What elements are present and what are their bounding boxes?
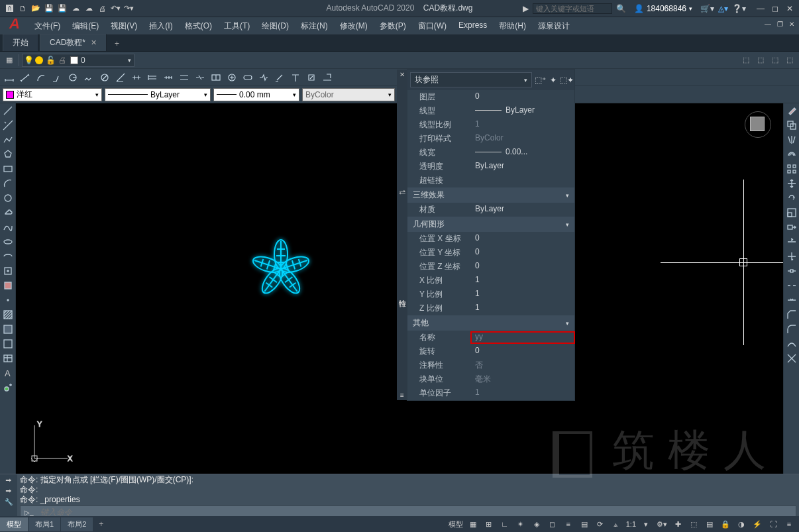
selectobjs-icon[interactable]: ⬚✦ — [561, 75, 572, 85]
prop-blockunit-value[interactable]: 毫米 — [471, 374, 574, 385]
polyline-tool-icon[interactable] — [2, 134, 14, 146]
ellipse-arc-tool-icon[interactable] — [2, 250, 14, 262]
hatch-tool-icon[interactable] — [2, 309, 14, 321]
command-history[interactable]: 命令: 指定对角点或 [栏选(F)/圈围(WP)/圈交(CP)]: 命令: 命令… — [17, 474, 799, 516]
baseline-dim-icon[interactable] — [146, 71, 159, 84]
extend-tool-icon[interactable] — [786, 250, 798, 262]
redo-icon[interactable]: ↷▾ — [123, 3, 134, 14]
viewcube[interactable] — [745, 111, 771, 138]
tab-close-icon[interactable]: ✕ — [91, 38, 97, 47]
jogged-dim-icon[interactable] — [82, 71, 95, 84]
search-icon[interactable]: 🔍 — [616, 4, 626, 13]
status-scale-text[interactable]: 1:1 — [626, 520, 636, 528]
object-type-dropdown[interactable]: 块参照▾ — [410, 72, 532, 87]
menu-tools[interactable]: 工具(T) — [219, 19, 255, 33]
prop-material-value[interactable]: ByLayer — [471, 204, 574, 215]
cmd-recent-icon[interactable]: ⮕ — [3, 476, 14, 485]
ortho-icon[interactable]: ∟ — [498, 517, 512, 531]
status-model-text[interactable]: 模型 — [449, 519, 463, 529]
dimstyle-icon[interactable] — [321, 71, 334, 84]
polygon-tool-icon[interactable] — [2, 148, 14, 160]
arc-tool-icon[interactable] — [2, 178, 14, 189]
linetype-combo[interactable]: ByLayer ▾ — [105, 88, 211, 101]
centermark-icon[interactable] — [225, 71, 239, 84]
diameter-dim-icon[interactable] — [98, 71, 111, 84]
erase-tool-icon[interactable] — [786, 105, 798, 117]
mdi-restore-icon[interactable]: ❐ — [775, 19, 784, 28]
isolate-icon[interactable]: ◑ — [734, 517, 749, 531]
ellipse-tool-icon[interactable] — [2, 236, 14, 248]
web-save-icon[interactable]: ☁ — [83, 3, 94, 14]
layer-prev-icon[interactable]: ⬚ — [754, 54, 767, 67]
layout2-tab[interactable]: 布局2 — [61, 517, 93, 531]
panel-close-icon[interactable]: ✕ — [400, 71, 405, 78]
gradient-tool-icon[interactable] — [2, 323, 14, 335]
prop-layer-value[interactable]: 0 — [471, 91, 574, 103]
angular-dim-icon[interactable] — [114, 71, 127, 84]
circle-tool-icon[interactable] — [2, 192, 14, 204]
continue-dim-icon[interactable] — [162, 71, 175, 84]
blend-tool-icon[interactable] — [786, 338, 798, 350]
menu-help[interactable]: 帮助(H) — [494, 19, 531, 33]
units-icon[interactable]: ⬚ — [686, 517, 701, 531]
tab-add-icon[interactable]: + — [108, 36, 126, 51]
prop-scalex-value[interactable]: 1 — [471, 275, 574, 286]
revcloud-tool-icon[interactable] — [2, 207, 14, 219]
open-icon[interactable]: 📂 — [30, 3, 41, 14]
menu-file[interactable]: 文件(F) — [29, 19, 66, 33]
cleanscreen-icon[interactable]: ⛶ — [766, 517, 780, 531]
tab-active-doc[interactable]: CAD教程*✕ — [40, 34, 107, 51]
lwdisplay-icon[interactable]: ≡ — [561, 517, 576, 531]
help-icon[interactable]: ❔▾ — [732, 4, 746, 13]
break-point-icon[interactable] — [786, 265, 798, 277]
isodraft-icon[interactable]: ◈ — [529, 517, 544, 531]
menu-express[interactable]: Express — [453, 19, 492, 33]
menu-yuanquan[interactable]: 源泉设计 — [533, 19, 575, 33]
quickselect-icon[interactable]: ⬚⁺ — [535, 75, 545, 85]
ordinate-dim-icon[interactable] — [50, 71, 64, 84]
color-combo[interactable]: 洋红 ▾ — [3, 88, 102, 101]
dimbreak-icon[interactable] — [193, 71, 207, 84]
menu-format[interactable]: 格式(O) — [180, 19, 217, 33]
customize-status-icon[interactable]: ≡ — [782, 517, 796, 531]
menu-dimension[interactable]: 标注(N) — [295, 19, 333, 33]
line-tool-icon[interactable] — [2, 105, 14, 117]
command-input[interactable] — [38, 506, 796, 516]
menu-parametric[interactable]: 参数(P) — [374, 19, 411, 33]
annotscale-icon[interactable]: ⟁ — [609, 517, 623, 531]
move-tool-icon[interactable] — [786, 178, 798, 189]
prop-posy-value[interactable]: 0 — [471, 247, 574, 258]
dimtedit-icon[interactable] — [289, 71, 302, 84]
prop-annotative-value[interactable]: 否 — [471, 360, 574, 371]
model-tab[interactable]: 模型 — [0, 517, 28, 531]
table-tool-icon[interactable] — [2, 352, 14, 364]
layer-props-icon[interactable]: ▦ — [3, 54, 16, 67]
quick-dim-icon[interactable] — [130, 71, 143, 84]
cycling-icon[interactable]: ⟳ — [593, 517, 608, 531]
prop-posx-value[interactable]: 0 — [471, 233, 574, 244]
layout1-tab[interactable]: 布局1 — [28, 517, 60, 531]
arc-dim-icon[interactable] — [34, 71, 48, 84]
make-block-icon[interactable] — [2, 280, 14, 292]
rotate-tool-icon[interactable] — [786, 192, 798, 204]
prop-unitfactor-value[interactable]: 1 — [471, 388, 574, 399]
prop-lineweight-value[interactable]: 0.00... — [471, 147, 574, 158]
prop-posz-value[interactable]: 0 — [471, 261, 574, 272]
jogline-icon[interactable] — [257, 71, 270, 84]
mtext-tool-icon[interactable]: A — [2, 367, 14, 379]
spline-tool-icon[interactable] — [2, 221, 14, 233]
scale-tool-icon[interactable] — [786, 207, 798, 219]
prop-plotstyle-value[interactable]: ByColor — [471, 133, 574, 144]
transparency-icon[interactable]: ▤ — [577, 517, 592, 531]
inspect-icon[interactable] — [241, 71, 254, 84]
rectangle-tool-icon[interactable] — [2, 163, 14, 175]
menu-window[interactable]: 窗口(W) — [413, 19, 452, 33]
layer-dropdown[interactable]: 💡 🔓 🖨 0 ▾ — [22, 54, 134, 67]
plotstyle-combo[interactable]: ByColor ▾ — [302, 88, 395, 101]
prop-hyperlink-value[interactable] — [471, 175, 574, 186]
menu-view[interactable]: 视图(V) — [105, 19, 142, 33]
trim-tool-icon[interactable] — [786, 236, 798, 248]
menu-edit[interactable]: 编辑(E) — [67, 19, 104, 33]
addselected-tool-icon[interactable] — [2, 382, 14, 394]
radius-dim-icon[interactable] — [66, 71, 80, 84]
